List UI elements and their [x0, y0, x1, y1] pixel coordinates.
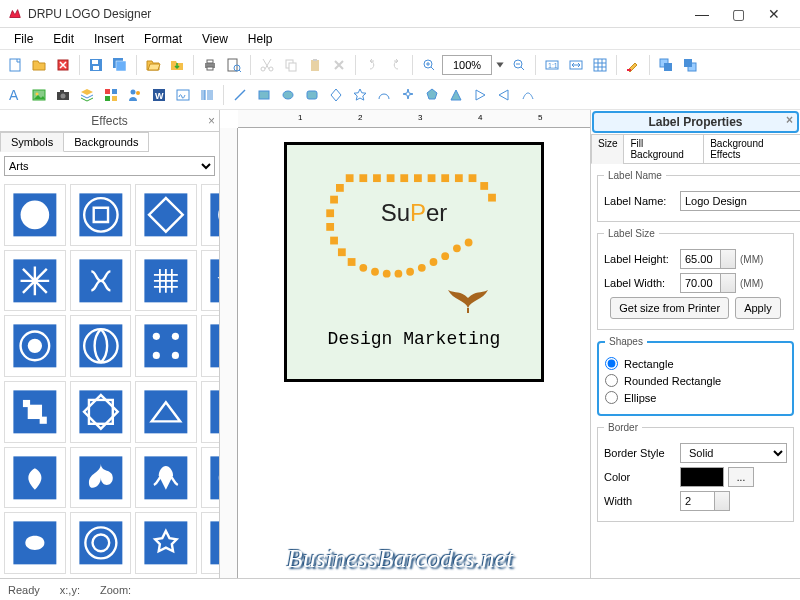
- star-tool-button[interactable]: [349, 84, 371, 106]
- zoom-in-button[interactable]: [418, 54, 440, 76]
- symbol-item[interactable]: [135, 381, 197, 443]
- symbol-item[interactable]: [135, 315, 197, 377]
- undo-button[interactable]: [361, 54, 383, 76]
- bring-front-button[interactable]: [655, 54, 677, 76]
- symbol-item[interactable]: [4, 184, 66, 246]
- properties-close-button[interactable]: ×: [786, 113, 793, 127]
- zoom-dropdown[interactable]: [494, 54, 506, 76]
- symbol-item[interactable]: [4, 315, 66, 377]
- redo-button[interactable]: [385, 54, 407, 76]
- layers-button[interactable]: [76, 84, 98, 106]
- symbol-item[interactable]: [4, 447, 66, 509]
- label-height-input[interactable]: 65.00: [680, 249, 736, 269]
- tab-background-effects[interactable]: Background Effects: [703, 134, 800, 164]
- new-button[interactable]: [4, 54, 26, 76]
- label-name-input[interactable]: [680, 191, 800, 211]
- symbol-item[interactable]: [4, 512, 66, 574]
- curve-tool-button[interactable]: [517, 84, 539, 106]
- tab-symbols[interactable]: Symbols: [0, 132, 64, 152]
- save-all-button[interactable]: [109, 54, 131, 76]
- apply-button[interactable]: Apply: [735, 297, 781, 319]
- symbol-item[interactable]: [70, 315, 132, 377]
- menu-format[interactable]: Format: [134, 30, 192, 48]
- people-button[interactable]: [124, 84, 146, 106]
- play-left-tool-button[interactable]: [493, 84, 515, 106]
- paste-button[interactable]: [304, 54, 326, 76]
- line-tool-button[interactable]: [229, 84, 251, 106]
- delete-button[interactable]: [328, 54, 350, 76]
- arc-tool-button[interactable]: [373, 84, 395, 106]
- copy-button[interactable]: [280, 54, 302, 76]
- menu-edit[interactable]: Edit: [43, 30, 84, 48]
- export-button[interactable]: [166, 54, 188, 76]
- tab-size[interactable]: Size: [591, 134, 624, 164]
- symbol-item[interactable]: [135, 512, 197, 574]
- zoom-out-button[interactable]: [508, 54, 530, 76]
- send-back-button[interactable]: [679, 54, 701, 76]
- symbol-item[interactable]: [135, 250, 197, 312]
- barcode-button[interactable]: [196, 84, 218, 106]
- close-file-button[interactable]: [52, 54, 74, 76]
- symbol-item[interactable]: [135, 447, 197, 509]
- zoom-field[interactable]: 100%: [442, 55, 492, 75]
- symbol-item[interactable]: [70, 512, 132, 574]
- symbol-item[interactable]: [201, 447, 219, 509]
- diamond-tool-button[interactable]: [325, 84, 347, 106]
- symbol-item[interactable]: [4, 250, 66, 312]
- play-tool-button[interactable]: [469, 84, 491, 106]
- save-button[interactable]: [85, 54, 107, 76]
- shape-rounded-rectangle[interactable]: Rounded Rectangle: [605, 374, 786, 387]
- symbol-item[interactable]: [135, 184, 197, 246]
- menu-help[interactable]: Help: [238, 30, 283, 48]
- tab-backgrounds[interactable]: Backgrounds: [63, 132, 149, 152]
- symbol-item[interactable]: [70, 250, 132, 312]
- ellipse-tool-button[interactable]: [277, 84, 299, 106]
- menu-file[interactable]: File: [4, 30, 43, 48]
- signature-button[interactable]: [172, 84, 194, 106]
- open-folder-button[interactable]: [142, 54, 164, 76]
- color-picker-button[interactable]: [622, 54, 644, 76]
- word-button[interactable]: W: [148, 84, 170, 106]
- symbol-item[interactable]: [201, 381, 219, 443]
- menu-view[interactable]: View: [192, 30, 238, 48]
- image-tool-button[interactable]: [28, 84, 50, 106]
- label-artwork[interactable]: SuPer Design Marketing: [284, 142, 544, 382]
- polygon-tool-button[interactable]: [421, 84, 443, 106]
- minimize-button[interactable]: —: [684, 0, 720, 28]
- gallery-button[interactable]: [100, 84, 122, 106]
- open-button[interactable]: [28, 54, 50, 76]
- rect-tool-button[interactable]: [253, 84, 275, 106]
- actual-size-button[interactable]: 1:1: [541, 54, 563, 76]
- print-preview-button[interactable]: [223, 54, 245, 76]
- tab-fill-background[interactable]: Fill Background: [623, 134, 704, 164]
- rounded-rect-tool-button[interactable]: [301, 84, 323, 106]
- border-width-input[interactable]: 2: [680, 491, 730, 511]
- border-style-select[interactable]: Solid: [680, 443, 787, 463]
- cut-button[interactable]: [256, 54, 278, 76]
- grid-button[interactable]: [589, 54, 611, 76]
- symbol-item[interactable]: [201, 512, 219, 574]
- border-color-swatch[interactable]: [680, 467, 724, 487]
- shape-rectangle[interactable]: Rectangle: [605, 357, 786, 370]
- camera-tool-button[interactable]: [52, 84, 74, 106]
- symbol-item[interactable]: [70, 447, 132, 509]
- symbol-item[interactable]: [4, 381, 66, 443]
- star4-tool-button[interactable]: [397, 84, 419, 106]
- symbol-item[interactable]: [201, 250, 219, 312]
- shape-ellipse[interactable]: Ellipse: [605, 391, 786, 404]
- category-select[interactable]: Arts: [4, 156, 215, 176]
- effects-close-button[interactable]: ×: [208, 114, 215, 128]
- text-tool-button[interactable]: A: [4, 84, 26, 106]
- print-button[interactable]: [199, 54, 221, 76]
- canvas-stage[interactable]: SuPer Design Marketing: [238, 128, 590, 578]
- menu-insert[interactable]: Insert: [84, 30, 134, 48]
- symbol-item[interactable]: [201, 315, 219, 377]
- close-button[interactable]: ✕: [756, 0, 792, 28]
- maximize-button[interactable]: ▢: [720, 0, 756, 28]
- fit-width-button[interactable]: [565, 54, 587, 76]
- symbol-item[interactable]: [201, 184, 219, 246]
- get-size-button[interactable]: Get size from Printer: [610, 297, 729, 319]
- symbol-item[interactable]: [70, 184, 132, 246]
- triangle-tool-button[interactable]: [445, 84, 467, 106]
- symbol-item[interactable]: [70, 381, 132, 443]
